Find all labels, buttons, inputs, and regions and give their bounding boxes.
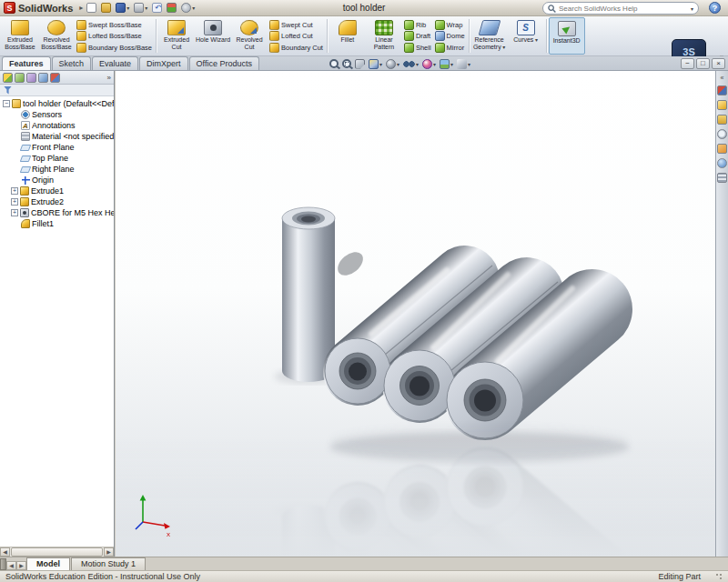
section-view-button[interactable] [355,59,365,69]
tree-horizontal-scrollbar[interactable] [0,547,114,557]
new-button[interactable] [86,2,97,14]
lofted-boss-base-button[interactable]: Lofted Boss/Base [75,31,154,41]
boundary-boss-base-button[interactable]: Boundary Boss/Base [75,43,154,53]
tree-item-origin[interactable]: Origin [0,175,114,186]
tab-dimxpert[interactable]: DimXpert [139,56,188,70]
hide-show-items-button[interactable] [403,60,419,68]
scroll-left-icon[interactable] [0,547,10,557]
minimize-button[interactable] [681,58,694,69]
revolved-boss-base-button[interactable]: Revolved Boss/Base [38,17,75,55]
extruded-cut-button[interactable]: Extruded Cut [158,17,195,55]
tab-model[interactable]: Model [26,557,70,570]
wrap-button[interactable]: Wrap [433,20,467,30]
search-input[interactable] [559,5,688,13]
rebuild-button[interactable] [166,2,177,14]
tree-item-front-plane[interactable]: Front Plane [0,142,114,153]
swept-cut-button[interactable]: Swept Cut [268,20,325,30]
scrollbar-thumb[interactable] [11,547,103,557]
solidworks-resources-icon[interactable] [717,85,727,95]
dimxpertmanager-tab-icon[interactable] [38,73,48,83]
shell-button[interactable]: Shell [402,43,433,53]
open-button[interactable] [100,2,112,14]
mirror-button[interactable]: Mirror [433,43,467,53]
view-settings-button[interactable] [457,59,470,69]
instant3d-button[interactable]: Instant3D [549,17,585,55]
lofted-cut-button[interactable]: Lofted Cut [268,31,325,41]
swept-boss-base-button[interactable]: Swept Boss/Base [75,20,154,30]
tree-item-top-plane[interactable]: Top Plane [0,153,114,164]
view-orientation-button[interactable] [369,59,382,69]
model-canvas[interactable]: x [116,71,715,557]
lobed-body[interactable] [325,266,592,438]
tab-evaluate[interactable]: Evaluate [92,56,138,70]
tree-item-extrude1[interactable]: Extrude1 [0,186,114,196]
expand-toggle[interactable] [11,198,18,206]
configurationmanager-tab-icon[interactable] [26,73,36,83]
help-icon[interactable] [709,2,721,14]
hole-wizard-button[interactable]: Hole Wizard [195,17,231,55]
tab-features[interactable]: Features [2,56,51,70]
tree-item-right-plane[interactable]: Right Plane [0,164,114,175]
undo-button[interactable] [151,2,163,14]
fillet-button[interactable]: Fillet [329,17,366,55]
tree-item-cbore[interactable]: CBORE for M5 Hex Head Bolt [0,207,114,218]
apply-scene-button[interactable] [440,59,453,69]
expand-toggle[interactable] [11,187,18,195]
tree-root[interactable]: tool holder (Default<<Default>_ [0,98,114,109]
tree-item-annotations[interactable]: Annotations [0,120,114,131]
menu-expand-icon[interactable] [79,4,83,12]
tab-sketch[interactable]: Sketch [52,56,92,70]
tree-item-sensors[interactable]: Sensors [0,109,114,120]
task-pane-collapse-icon[interactable] [721,75,724,81]
reference-geometry-button[interactable]: Reference Geometry [471,17,508,55]
appearances-scenes-icon[interactable] [717,158,727,168]
search-results-icon[interactable] [717,129,727,139]
filter-icon[interactable] [4,86,12,95]
hole-wizard-icon [204,20,222,35]
dome-button[interactable]: Dome [433,31,467,41]
draft-button[interactable]: Draft [402,31,433,41]
tab-splitter-handle[interactable] [0,558,6,570]
expand-toggle[interactable] [11,209,18,216]
boundary-cut-button[interactable]: Boundary Cut [268,43,325,53]
swept-boss-base-icon [76,20,86,30]
curves-button[interactable]: Curves [508,17,544,55]
resize-grip[interactable] [715,573,723,580]
search-box[interactable] [542,2,699,15]
edit-appearance-button[interactable] [422,59,436,69]
close-button[interactable] [712,58,725,69]
revolved-cut-button[interactable]: Revolved Cut [231,17,268,55]
tab-office-products[interactable]: Office Products [189,56,259,70]
graphics-area[interactable]: x [116,71,715,557]
print-button[interactable] [133,2,148,14]
file-explorer-icon[interactable] [717,115,727,125]
tab-motion-study-1[interactable]: Motion Study 1 [71,557,146,570]
search-dropdown-icon[interactable] [691,5,693,12]
custom-properties-icon[interactable] [717,173,727,183]
restore-button[interactable] [696,58,710,69]
linear-pattern-button[interactable]: Linear Pattern [366,17,402,55]
save-button[interactable] [115,2,130,14]
tool-holder-model[interactable] [274,207,630,463]
expand-toggle[interactable] [3,100,10,107]
zoom-area-button[interactable] [342,59,351,68]
display-style-button[interactable] [386,59,399,69]
scroll-right-icon[interactable] [104,547,114,557]
design-library-icon[interactable] [717,100,727,110]
displaymanager-tab-icon[interactable] [50,73,60,83]
featuremanager-tab-icon[interactable] [3,73,13,83]
tab-scroll-left-icon[interactable] [6,561,16,570]
extruded-boss-base-button[interactable]: Extruded Boss/Base [2,17,38,55]
tree-item-extrude2[interactable]: Extrude2 [0,196,114,207]
button-label: Revolved Cut [232,36,268,51]
tree-item-fillet1[interactable]: Fillet1 [0,218,114,229]
tree-item-material[interactable]: Material <not specified> [0,131,114,142]
tab-scroll-right-icon[interactable] [16,561,26,570]
view-palette-icon[interactable] [717,144,727,154]
propertymanager-tab-icon[interactable] [15,73,25,83]
lofted-boss-base-icon [76,31,86,41]
zoom-fit-button[interactable] [329,59,339,68]
options-button[interactable] [180,2,196,14]
rib-button[interactable]: Rib [402,20,433,30]
panel-tabs-overflow-icon[interactable] [107,74,111,82]
